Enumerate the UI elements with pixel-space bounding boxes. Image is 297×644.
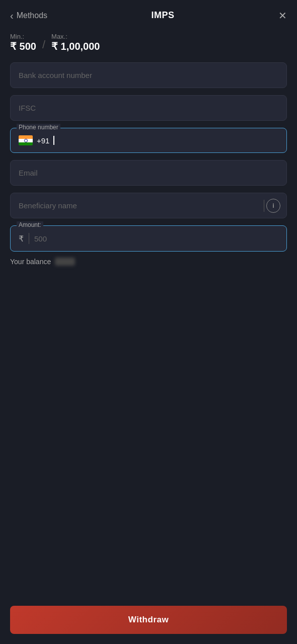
min-value: ₹ 500 [10, 40, 36, 52]
amount-field: Amount: ₹ [10, 225, 287, 252]
limits-row: Min.: ₹ 500 / Max.: ₹ 1,00,000 [0, 29, 297, 62]
close-button[interactable]: ✕ [278, 11, 287, 21]
beneficiary-divider [264, 200, 264, 212]
page-title: IMPS [152, 10, 175, 21]
phone-input-row: +91 [11, 128, 286, 152]
header: ‹ Methods IMPS ✕ [0, 0, 297, 29]
amount-input-row: ₹ [11, 226, 286, 251]
withdraw-button-container: Withdraw [0, 596, 297, 644]
back-button[interactable]: ‹ Methods [10, 11, 47, 21]
form-section: Phone number +91 i Amount: ₹ [0, 62, 297, 252]
flag-white-stripe [19, 139, 33, 142]
withdraw-button[interactable]: Withdraw [10, 606, 287, 634]
limits-divider: / [42, 38, 45, 51]
min-section: Min.: ₹ 500 [10, 33, 36, 52]
phone-number-field: Phone number +91 [10, 128, 287, 153]
email-input[interactable] [10, 160, 287, 186]
balance-value-blurred [55, 258, 75, 266]
max-section: Max.: ₹ 1,00,000 [51, 33, 100, 52]
back-chevron-icon: ‹ [10, 11, 14, 21]
max-label: Max.: [51, 33, 100, 40]
flag-chakra [24, 139, 28, 142]
balance-label: Your balance [10, 258, 51, 266]
phone-label: Phone number [17, 124, 60, 131]
beneficiary-field: i [10, 193, 287, 218]
ifsc-input[interactable] [10, 95, 287, 121]
rupee-symbol: ₹ [19, 234, 24, 244]
india-flag-icon [19, 135, 33, 145]
amount-label: Amount: [17, 221, 43, 228]
back-label: Methods [17, 11, 47, 20]
phone-cursor [53, 136, 54, 145]
amount-input[interactable] [34, 234, 278, 243]
bank-account-input[interactable] [10, 62, 287, 88]
max-value: ₹ 1,00,000 [51, 40, 100, 52]
balance-row: Your balance [0, 252, 297, 266]
phone-country-code: +91 [37, 136, 49, 145]
info-icon[interactable]: i [266, 199, 280, 213]
beneficiary-input[interactable] [11, 193, 264, 218]
amount-divider [29, 233, 29, 244]
flag-green-stripe [19, 142, 33, 146]
min-label: Min.: [10, 33, 36, 40]
